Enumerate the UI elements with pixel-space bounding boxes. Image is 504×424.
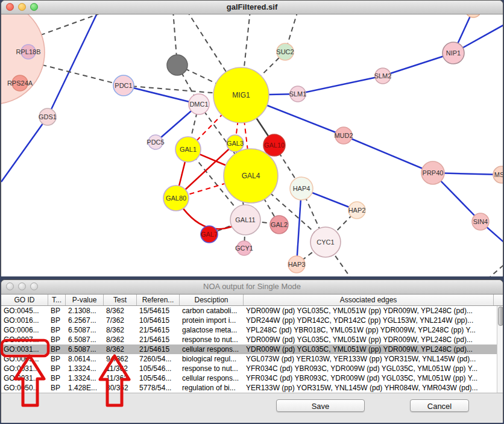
- cell-reference: 105/546...: [137, 373, 180, 383]
- cell-p_value: 6.2567...: [66, 316, 104, 325]
- table-row[interactable]: GO:0050...BP1.428E...80/3625778/54...reg…: [1, 383, 503, 393]
- cancel-button[interactable]: Cancel: [410, 399, 469, 412]
- node-label-gal1: GAL1: [180, 146, 197, 153]
- cell-reference: 21/54615: [137, 335, 180, 344]
- cell-description: galactose meta...: [180, 325, 244, 335]
- cell-description: response to nut...: [180, 335, 244, 344]
- cell-type: BP: [48, 383, 66, 393]
- table-row[interactable]: GO:0031...BP1.3324...11/362105/546...res…: [1, 364, 503, 373]
- cell-go_id: GO:0006...: [1, 325, 48, 335]
- cell-reference: 21/54615: [137, 325, 180, 335]
- cell-go_id: GO:0045...: [1, 306, 48, 316]
- cell-p_value: 8.0614...: [66, 354, 104, 364]
- node-label-dmc1: DMC1: [189, 101, 208, 108]
- cell-p_value: 6.5087...: [66, 325, 104, 335]
- cell-p_value: 1.3324...: [66, 373, 104, 383]
- cell-edges: YDR009W (pd) YGL035C, YML051W (pp) YDR00…: [244, 335, 494, 344]
- node-label-hap4: HAP4: [293, 185, 310, 192]
- column-header-test[interactable]: Test: [104, 295, 137, 305]
- network-canvas[interactable]: RPL18BRPS24AGDS1PDC1MIG1DMC1SUC2SLM1SLM2…: [1, 14, 503, 276]
- cell-description: cellular respons...: [180, 373, 244, 383]
- table-row[interactable]: GO:0065...BP8.0614...94/3627260/54...bio…: [1, 354, 503, 364]
- cell-go_id: GO:0065...: [1, 354, 48, 364]
- column-header-type[interactable]: T...: [48, 295, 66, 305]
- table-row[interactable]: GO:0031...BP6.5087...8/36221/54615cellul…: [1, 344, 503, 354]
- node-label-suc2: SUC2: [276, 48, 294, 55]
- scrollbar-thumb[interactable]: [498, 307, 503, 326]
- noa-window-titlebar[interactable]: NOA output for Single Mode: [1, 280, 503, 295]
- node-label-gcy1: GCY1: [235, 245, 253, 252]
- results-table-header: GO IDT...P-valueTestReferen...Desciption…: [1, 295, 503, 306]
- cell-edges: YDR244W (pp) YDR142C, YDR142C (pp) YGL15…: [244, 316, 494, 325]
- cell-edges: YFR034C (pd) YBR093C, YDR009W (pd) YGL03…: [244, 373, 494, 383]
- cell-go_id: GO:0007...: [1, 335, 48, 344]
- cell-p_value: 6.5087...: [66, 344, 104, 354]
- cell-type: BP: [48, 335, 66, 344]
- node-label-gal7: GAL7: [201, 231, 218, 238]
- cell-go_id: GO:0031...: [1, 344, 48, 354]
- vertical-scrollbar[interactable]: [497, 306, 503, 393]
- column-header-reference[interactable]: Referen...: [137, 295, 180, 305]
- table-row[interactable]: GO:0045...BP2.1308...8/36215/54615carbon…: [1, 306, 503, 316]
- node-label-rps24a: RPS24A: [7, 80, 33, 87]
- node-label-gal4: GAL4: [242, 172, 260, 180]
- cell-type: BP: [48, 344, 66, 354]
- column-header-p_value[interactable]: P-value: [66, 295, 104, 305]
- cell-go_id: GO:0031...: [1, 364, 48, 373]
- edge-blue: [298, 76, 383, 94]
- cell-reference: 105/546...: [137, 364, 180, 373]
- cell-reference: 10/54615: [137, 316, 180, 325]
- node-label-slm2: SLM2: [374, 72, 392, 80]
- node-label-slm1: SLM1: [289, 90, 307, 98]
- cell-description: carbon cataboli...: [180, 306, 244, 316]
- node-label-gal80: GAL80: [166, 195, 186, 202]
- cell-test: 80/362: [104, 383, 137, 393]
- node-label-gal10: GAL10: [264, 142, 285, 149]
- cell-test: 8/362: [104, 335, 137, 344]
- column-header-description[interactable]: Desciption: [180, 295, 244, 305]
- cell-edges: YDR009W (pd) YGL035C, YML051W (pp) YDR00…: [244, 306, 494, 316]
- node-label-hap3: HAP3: [288, 261, 306, 268]
- cell-test: 7/362: [104, 316, 137, 325]
- cell-edges: YER133W (pp) YOR315W, YNL145W (pd) YHR08…: [244, 383, 494, 393]
- table-row[interactable]: GO:0007...BP6.5087...8/36221/54615respon…: [1, 335, 503, 344]
- cell-go_id: GO:0016...: [1, 316, 48, 325]
- cell-test: 8/362: [104, 344, 137, 354]
- table-row[interactable]: GO:0006...BP6.5087...8/36221/54615galact…: [1, 325, 503, 335]
- cell-type: BP: [48, 364, 66, 373]
- cell-test: 11/362: [104, 364, 137, 373]
- node-label-mig1: MIG1: [232, 91, 250, 99]
- cell-type: BP: [48, 373, 66, 383]
- table-row[interactable]: GO:0016...BP6.2567...7/36210/54615protei…: [1, 316, 503, 325]
- node-dark[interactable]: [167, 55, 187, 75]
- cell-edges: YFR034C (pd) YBR093C, YDR009W (pd) YGL03…: [244, 364, 494, 373]
- table-row[interactable]: GO:0031...BP1.3324...11/362105/546...cel…: [1, 373, 503, 383]
- cell-test: 8/362: [104, 306, 137, 316]
- node-peach[interactable]: [465, 14, 481, 17]
- cell-reference: 21/54615: [137, 344, 180, 354]
- cell-type: BP: [48, 306, 66, 316]
- cell-p_value: 1.428E...: [66, 383, 104, 393]
- save-button[interactable]: Save: [276, 399, 365, 412]
- node-label-pdc5: PDC5: [146, 139, 164, 146]
- cell-reference: 15/54615: [137, 306, 180, 316]
- cell-test: 11/362: [104, 373, 137, 383]
- column-header-edges[interactable]: Associated edges: [244, 295, 494, 305]
- edge-blue: [48, 14, 99, 117]
- cell-test: 94/362: [104, 354, 137, 364]
- node-label-cyc1: CYC1: [317, 238, 334, 246]
- cell-reference: 7260/54...: [137, 354, 180, 364]
- edge-blue: [344, 136, 433, 173]
- node-label-gds1: GDS1: [39, 113, 57, 120]
- node-label-pdc1: PDC1: [115, 82, 132, 89]
- cell-description: cellular respons...: [180, 344, 244, 354]
- network-window-titlebar[interactable]: galFiltered.sif: [1, 1, 503, 14]
- node-label-hap2: HAP2: [348, 207, 366, 214]
- node-label-msn: MSN: [494, 171, 503, 178]
- cell-test: 8/362: [104, 325, 137, 335]
- column-header-go_id[interactable]: GO ID: [1, 295, 48, 305]
- cell-type: BP: [48, 354, 66, 364]
- cell-type: BP: [48, 325, 66, 335]
- node-label-gal2: GAL2: [271, 221, 288, 228]
- cell-edges: YGL073W (pd) YER103W, YER133W (pp) YOR31…: [244, 354, 494, 364]
